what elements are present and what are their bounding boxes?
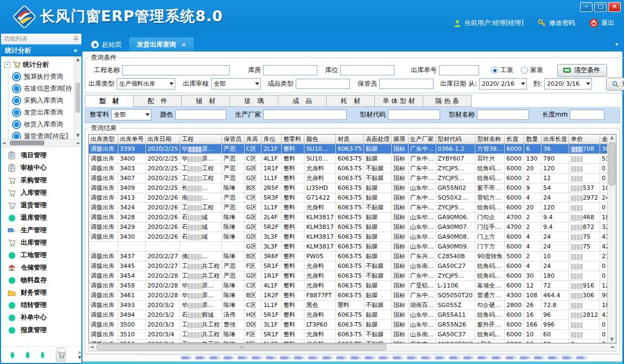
tree-item[interactable]: 收货入库查询 bbox=[4, 118, 80, 130]
close-button[interactable]: × bbox=[608, 2, 621, 12]
column-header[interactable]: 整零料 bbox=[282, 135, 304, 144]
scroll-down-icon[interactable]: ▼ bbox=[76, 132, 79, 139]
overflow-chevron[interactable]: »▾ bbox=[78, 350, 81, 360]
radio-industrial[interactable]: 工装 bbox=[491, 66, 513, 75]
column-header[interactable]: 颜色 bbox=[304, 135, 336, 144]
sidebar-item-物料盘存[interactable]: 物料盘存 bbox=[1, 274, 81, 286]
sidebar-item-项目管理[interactable]: 项目管理 bbox=[1, 149, 81, 162]
location-input[interactable] bbox=[340, 65, 394, 75]
table-row[interactable]: 调拨出库34032020/2/25工工程严思G区1R1F整料光身料6063-T5… bbox=[89, 164, 616, 174]
material-tab[interactable]: 型 材 bbox=[85, 95, 133, 107]
tree-expander-icon[interactable]: - bbox=[4, 62, 10, 68]
scroll-up-icon[interactable]: ▲ bbox=[76, 56, 79, 63]
color-input[interactable] bbox=[175, 110, 226, 120]
search-button[interactable]: 查 询 bbox=[606, 78, 624, 91]
sidebar-item-财务管理[interactable]: 财务管理 bbox=[1, 286, 81, 299]
table-row[interactable]: G区3L3F整料KLM38176063-T5贴膜国标山东华…GA90M09.门下… bbox=[89, 242, 616, 252]
table-row[interactable]: 调拨出库35122020/3/4工共工程陈琳F区1L2F整料光身料6063-T5… bbox=[89, 340, 616, 344]
scroll-up-icon[interactable]: ▲ bbox=[610, 135, 613, 141]
material-tab[interactable]: 耗 材 bbox=[327, 95, 375, 107]
table-row[interactable]: 调拨出库34942020/3/2石辉城汤伟H区5R1F整料光身料6063-T5贴… bbox=[89, 310, 616, 320]
dot-icon[interactable] bbox=[41, 352, 44, 358]
grid-vertical-scrollbar[interactable]: ▲ ▼ bbox=[607, 135, 616, 343]
minimize-button[interactable]: – bbox=[580, 2, 593, 12]
tree-root[interactable]: - 统计分析 bbox=[4, 59, 80, 71]
column-header[interactable]: 型材代码 bbox=[436, 135, 475, 144]
table-row[interactable]: 调拨出库34932020/3/2华原…陈琳C区1L1F整料黑色塑料不贴膜国标湖南… bbox=[89, 301, 616, 310]
sidebar-item-入库管理[interactable]: 入库管理 bbox=[1, 187, 81, 199]
column-header[interactable]: 保管员 bbox=[222, 135, 245, 144]
sidebar-item-审核中心[interactable]: 审核中心 bbox=[1, 162, 81, 174]
column-header[interactable]: 数量 bbox=[524, 135, 542, 144]
length-input[interactable] bbox=[570, 110, 604, 120]
sidebar-item-工地管理[interactable]: 工地管理 bbox=[1, 249, 81, 261]
table-row[interactable]: 调拨出库34582020/2/28华原…陈琳C区4L1F整料光身料6063-T5… bbox=[89, 281, 616, 291]
profile-code-input[interactable] bbox=[388, 110, 440, 120]
table-row[interactable]: 调拨出库34092020/2/25长…陈琳B区2R5F整料LI35HD6063-… bbox=[89, 183, 616, 193]
maximize-button[interactable]: □ bbox=[594, 2, 607, 12]
tab-shipping-outbound-query[interactable]: 发货出库查询 × bbox=[129, 37, 194, 52]
keeper-input[interactable] bbox=[379, 79, 434, 89]
scroll-left-icon[interactable]: ◄ bbox=[2, 140, 5, 146]
material-tab[interactable]: 配 件 bbox=[133, 95, 182, 107]
table-row[interactable]: 调拨出库35102020/3/4工共工程陈琳F区5R1F整料光身料6063-T5… bbox=[89, 330, 616, 340]
sidebar-item-报废管理[interactable]: 报废管理 bbox=[1, 324, 81, 336]
tab-home[interactable]: 起始页 bbox=[84, 37, 129, 52]
table-row-selected[interactable]: 调拨出库33992020/2/25华原…严思C区2L1F整料SU10…6063-… bbox=[89, 144, 616, 154]
material-tab[interactable]: 单 体 型 材 bbox=[375, 95, 423, 107]
pin-icon[interactable] bbox=[73, 36, 79, 42]
radio-home[interactable]: 家装 bbox=[521, 66, 543, 75]
scroll-left-icon[interactable]: ◄ bbox=[90, 344, 93, 350]
sidebar-item-退库管理[interactable]: 退库管理 bbox=[1, 212, 81, 224]
table-row[interactable]: 调拨出库35002020/3/3工共工程曹佳D区3L1F整料LT3P606063… bbox=[89, 320, 616, 330]
material-tab[interactable]: 辅 材 bbox=[182, 95, 230, 107]
date-from-picker[interactable]: 2020/ 2/16 bbox=[479, 78, 527, 90]
order-no-input[interactable] bbox=[439, 65, 479, 75]
column-header[interactable]: 单价 bbox=[569, 135, 600, 144]
scroll-down-icon[interactable]: ▼ bbox=[610, 336, 613, 343]
table-row[interactable]: 调拨出库34452020/2/27工共工程严思F区5R1F整料光身料6063-T… bbox=[89, 261, 616, 271]
clear-conditions-button[interactable]: 清空条件 bbox=[557, 64, 607, 77]
table-row[interactable]: 调拨出库34292020/2/26石城陈琳G区5R2F整料KLM38176063… bbox=[89, 222, 616, 232]
scroll-thumb[interactable] bbox=[10, 141, 44, 145]
sidebar-item-退货管理[interactable]: 退货管理 bbox=[1, 199, 81, 212]
warehouse-input[interactable] bbox=[263, 65, 317, 75]
factory-input[interactable] bbox=[263, 110, 347, 120]
category-header[interactable]: 统计分析 « bbox=[1, 44, 81, 56]
tree-item[interactable]: 退货查询[待定] bbox=[4, 130, 80, 139]
tree-item[interactable]: 发货出库查询 bbox=[4, 106, 80, 118]
column-header[interactable]: 型材名称 bbox=[475, 135, 505, 144]
sidebar-item-仓储管理[interactable]: 仓储管理 bbox=[1, 261, 81, 274]
sidebar-item-补单中心[interactable]: 补单中心 bbox=[1, 311, 81, 324]
column-header[interactable]: 膜厚 bbox=[391, 135, 408, 144]
scroll-right-icon[interactable]: ► bbox=[77, 140, 80, 146]
profile-name-input[interactable] bbox=[477, 110, 529, 120]
table-row[interactable]: 调拨出库34612020/2/28华原…陈琳B区1R2F整料F8877FT606… bbox=[89, 291, 616, 301]
sidebar-item-结转管理[interactable]: 结转管理 bbox=[1, 299, 81, 311]
table-row[interactable]: 调拨出库34132020/2/26南…严思C区5R3F整料G714226063-… bbox=[89, 193, 616, 203]
whole-part-select[interactable]: 全部 bbox=[111, 109, 151, 120]
project-name-input[interactable] bbox=[122, 65, 230, 75]
scroll-thumb[interactable] bbox=[97, 344, 386, 350]
date-to-picker[interactable]: 2020/ 3/16 bbox=[544, 78, 592, 90]
sidebar-item-出库管理[interactable]: 出库管理 bbox=[1, 237, 81, 249]
scroll-right-icon[interactable]: ► bbox=[612, 344, 615, 350]
column-header[interactable]: 出库长度 bbox=[541, 135, 569, 144]
table-row[interactable]: 调拨出库34282020/2/26石城陈琳G区2L4F整料KLM38176063… bbox=[89, 213, 616, 222]
material-tab[interactable]: 玻 璃 bbox=[230, 95, 278, 107]
change-password-button[interactable]: 修改密码 bbox=[538, 18, 575, 28]
table-row[interactable]: 调拨出库34072020/2/25工工程严思G区1L1F整料光身料6063-T5… bbox=[89, 174, 616, 183]
logout-button[interactable]: 退出 bbox=[589, 18, 614, 28]
table-row[interactable]: 调拨出库34542020/2/28工共工程严思G区1R1F整料光身料6063-T… bbox=[89, 271, 616, 281]
tree-item[interactable]: 预算执行查询 bbox=[4, 71, 80, 82]
column-header[interactable]: 出库类型 bbox=[89, 135, 118, 144]
column-header[interactable]: 长度 bbox=[505, 135, 524, 144]
sidebar-item-生产管理[interactable]: 生产管理 bbox=[1, 224, 81, 237]
out-type-select[interactable]: 生产领料出库 bbox=[117, 78, 175, 90]
column-header[interactable]: 库位 bbox=[262, 135, 282, 144]
tree-horizontal-scrollbar[interactable]: ◄ ► bbox=[1, 139, 81, 147]
column-header[interactable]: 工程 bbox=[180, 135, 222, 144]
tab-close-icon[interactable]: × bbox=[181, 41, 186, 48]
tree-item[interactable]: 采购入库查询 bbox=[4, 94, 80, 106]
material-tab[interactable]: 隔 热 条 bbox=[423, 95, 472, 107]
